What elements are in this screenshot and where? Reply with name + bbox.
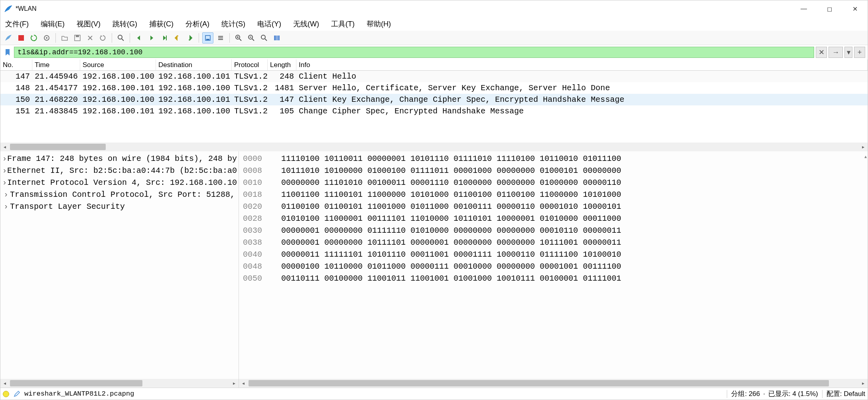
menu-tools[interactable]: 工具(T) bbox=[329, 18, 357, 30]
filter-add-button[interactable]: + bbox=[854, 47, 865, 58]
menu-edit[interactable]: 编辑(E) bbox=[38, 18, 67, 30]
svg-rect-6 bbox=[166, 36, 167, 40]
statusbar: wireshark_WLANTP81L2.pcapng 分组: 266 · 已显… bbox=[0, 388, 868, 400]
menu-go[interactable]: 跳转(G) bbox=[110, 18, 140, 30]
capture-file-label: wireshark_WLANTP81L2.pcapng bbox=[24, 390, 723, 398]
capture-options-icon[interactable] bbox=[41, 32, 52, 44]
menu-analyze[interactable]: 分析(A) bbox=[183, 18, 212, 30]
packet-list-hscroll[interactable]: ◂ ▸ bbox=[0, 143, 868, 151]
hex-row[interactable]: 0010 00000000 11101010 00100011 00001110… bbox=[239, 177, 868, 189]
packet-list-header: No. Time Source Destination Protocol Len… bbox=[0, 59, 868, 71]
scroll-left-icon[interactable]: ◂ bbox=[239, 379, 248, 388]
go-last-icon[interactable] bbox=[184, 32, 195, 44]
filter-apply-button[interactable]: → bbox=[829, 47, 843, 58]
hex-row[interactable]: 0020 01100100 01100101 11001000 01011000… bbox=[239, 201, 868, 213]
menu-file[interactable]: 文件(F) bbox=[3, 18, 31, 30]
packet-row[interactable]: 15121.483845192.168.100.101192.168.100.1… bbox=[0, 105, 868, 117]
go-to-packet-icon[interactable] bbox=[159, 32, 170, 44]
start-capture-icon[interactable] bbox=[3, 32, 14, 44]
resize-columns-icon[interactable] bbox=[271, 32, 282, 44]
menu-wireless[interactable]: 无线(W) bbox=[291, 18, 322, 30]
tree-item[interactable]: ›Frame 147: 248 bytes on wire (1984 bits… bbox=[0, 153, 239, 165]
packet-list-body[interactable]: 14721.445946192.168.100.100192.168.100.1… bbox=[0, 71, 868, 117]
hex-row[interactable]: 0008 10111010 10100000 01000100 01111011… bbox=[239, 165, 868, 177]
profile-label[interactable]: 配置: Default bbox=[827, 389, 865, 398]
filter-bookmark-icon[interactable] bbox=[3, 47, 12, 58]
toolbar-separator bbox=[229, 33, 230, 43]
col-no[interactable]: No. bbox=[0, 59, 32, 70]
hex-row[interactable]: 0028 01010100 11000001 00111101 11010000… bbox=[239, 213, 868, 225]
tree-item[interactable]: ›Internet Protocol Version 4, Src: 192.1… bbox=[0, 177, 239, 189]
hex-row[interactable]: 0030 00000001 00000000 01111110 01010000… bbox=[239, 225, 868, 237]
restart-capture-icon[interactable] bbox=[28, 32, 39, 44]
close-button[interactable]: ✕ bbox=[842, 0, 868, 17]
packet-details-tree[interactable]: ›Frame 147: 248 bytes on wire (1984 bits… bbox=[0, 151, 239, 379]
go-first-icon[interactable] bbox=[172, 32, 183, 44]
svg-rect-4 bbox=[76, 35, 79, 37]
menu-help[interactable]: 帮助(H) bbox=[364, 18, 393, 30]
packet-row[interactable]: 15021.468220192.168.100.100192.168.100.1… bbox=[0, 94, 868, 105]
packets-count-label: 分组: 266 bbox=[731, 389, 760, 398]
details-hscroll[interactable]: ◂ ▸ bbox=[0, 379, 239, 388]
scroll-right-icon[interactable]: ▸ bbox=[859, 143, 868, 151]
open-file-icon[interactable] bbox=[59, 32, 70, 44]
scroll-left-icon[interactable]: ◂ bbox=[0, 143, 9, 151]
find-packet-icon[interactable] bbox=[115, 32, 126, 44]
expert-info-icon[interactable] bbox=[3, 391, 9, 397]
autoscroll-icon[interactable] bbox=[202, 32, 213, 44]
col-length[interactable]: Length bbox=[268, 59, 296, 70]
tree-item[interactable]: ›Transmission Control Protocol, Src Port… bbox=[0, 189, 239, 201]
app-icon bbox=[4, 5, 12, 13]
packet-row[interactable]: 14721.445946192.168.100.100192.168.100.1… bbox=[0, 71, 868, 82]
window-title: *WLAN bbox=[16, 5, 791, 12]
colorize-icon[interactable] bbox=[215, 32, 226, 44]
close-file-icon[interactable] bbox=[85, 32, 96, 44]
scroll-right-icon[interactable]: ▸ bbox=[230, 379, 239, 388]
scroll-left-icon[interactable]: ◂ bbox=[0, 379, 9, 388]
zoom-out-icon[interactable] bbox=[246, 32, 257, 44]
hex-row[interactable]: 0048 00000100 10110000 01011000 00000111… bbox=[239, 261, 868, 273]
display-filter-input[interactable] bbox=[14, 47, 814, 58]
tree-item[interactable]: ›Transport Layer Security bbox=[0, 201, 239, 213]
tree-item[interactable]: ›Ethernet II, Src: b2:5c:ba:a0:44:7b (b2… bbox=[0, 165, 239, 177]
edit-icon[interactable] bbox=[13, 390, 20, 398]
col-destination[interactable]: Destination bbox=[156, 59, 232, 70]
svg-point-5 bbox=[118, 35, 122, 39]
packet-bytes-hex[interactable]: 0000 11110100 10110011 00000001 10101110… bbox=[239, 151, 868, 379]
col-time[interactable]: Time bbox=[32, 59, 80, 70]
svg-point-2 bbox=[46, 37, 47, 39]
maximize-button[interactable]: ◻ bbox=[817, 0, 842, 17]
hex-row[interactable]: 0000 11110100 10110011 00000001 10101110… bbox=[239, 153, 868, 165]
hex-row[interactable]: 0018 11001100 11100101 11000000 10101000… bbox=[239, 189, 868, 201]
svg-rect-13 bbox=[278, 36, 280, 40]
filter-clear-button[interactable]: ✕ bbox=[816, 47, 827, 58]
displayed-count-label: 已显示: 4 (1.5%) bbox=[768, 389, 818, 398]
menu-view[interactable]: 视图(V) bbox=[74, 18, 103, 30]
reload-icon[interactable] bbox=[97, 32, 108, 44]
packet-row[interactable]: 14821.454177192.168.100.101192.168.100.1… bbox=[0, 82, 868, 94]
status-separator bbox=[822, 390, 823, 398]
stop-capture-icon[interactable] bbox=[16, 32, 27, 44]
scroll-up-icon[interactable]: ▴ bbox=[864, 154, 867, 159]
menu-capture[interactable]: 捕获(C) bbox=[147, 18, 176, 30]
col-source[interactable]: Source bbox=[80, 59, 156, 70]
filter-history-dropdown[interactable]: ▾ bbox=[844, 47, 852, 58]
save-file-icon[interactable] bbox=[72, 32, 83, 44]
col-protocol[interactable]: Protocol bbox=[232, 59, 268, 70]
hex-row[interactable]: 0038 00000001 00000000 10111101 00000001… bbox=[239, 237, 868, 249]
go-back-icon[interactable] bbox=[133, 32, 144, 44]
titlebar: *WLAN — ◻ ✕ bbox=[0, 0, 868, 17]
hex-row[interactable]: 0040 00000011 11111101 10101110 00011001… bbox=[239, 249, 868, 261]
toolbar-separator bbox=[55, 33, 56, 43]
scroll-right-icon[interactable]: ▸ bbox=[859, 379, 868, 388]
svg-rect-0 bbox=[18, 35, 24, 41]
hex-row[interactable]: 0050 00110111 00100000 11001011 11001001… bbox=[239, 273, 868, 285]
go-forward-icon[interactable] bbox=[146, 32, 157, 44]
zoom-reset-icon[interactable] bbox=[258, 32, 270, 44]
col-info[interactable]: Info bbox=[296, 59, 868, 70]
zoom-in-icon[interactable] bbox=[233, 32, 244, 44]
menu-telephony[interactable]: 电话(Y) bbox=[255, 18, 284, 30]
bytes-hscroll[interactable]: ◂ ▸ bbox=[239, 379, 868, 388]
minimize-button[interactable]: — bbox=[791, 0, 817, 17]
menu-stats[interactable]: 统计(S) bbox=[219, 18, 248, 30]
